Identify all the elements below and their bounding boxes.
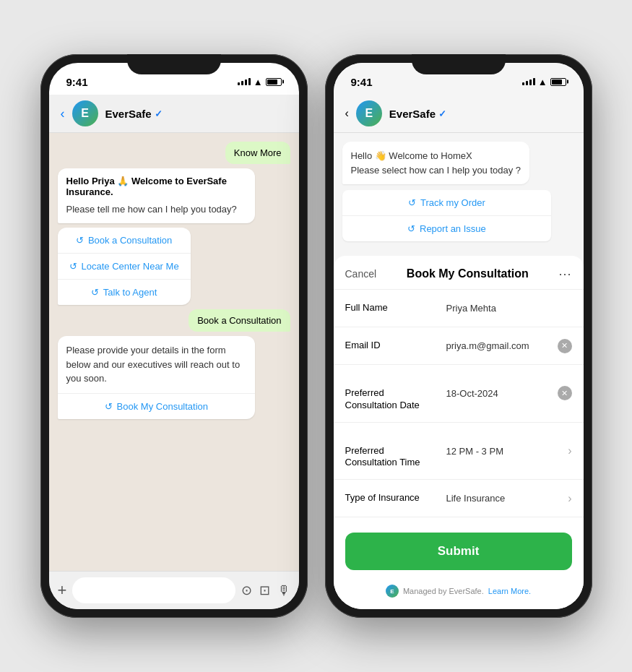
consultation-modal: Cancel Book My Consultation ⋯ Full Name … (334, 256, 584, 609)
chat-area-left: Know More Hello Priya 🙏 Welcome to EverS… (49, 133, 299, 571)
chat-header-right: ‹ E EverSafe ✓ (334, 95, 584, 133)
sent-bubble-book: Book a Consultation (189, 309, 290, 332)
book-my-consultation-btn[interactable]: ↺ Book My Consultation (58, 393, 256, 419)
book-consultation-btn[interactable]: ↺ Book a Consultation (58, 228, 191, 254)
verified-badge-right: ✓ (438, 108, 446, 119)
consultation-form-icon: ↺ (105, 401, 113, 412)
sent-bubble-know-more: Know More (225, 142, 290, 164)
full-name-value[interactable]: Priya Mehta (446, 303, 572, 314)
back-button-right[interactable]: ‹ (345, 107, 349, 120)
chat-header-left: ‹ E EverSafe ✓ (49, 95, 299, 133)
modal-cancel-button[interactable]: Cancel (345, 268, 377, 280)
form-fields: Full Name Priya Mehta Email ID priya.m@g… (334, 290, 584, 521)
insurance-chevron-icon: › (568, 492, 571, 505)
contact-name-left: EverSafe ✓ (105, 108, 287, 120)
footer-text: Managed by EverSafe. (403, 587, 484, 595)
submit-button[interactable]: Submit (345, 533, 572, 570)
preview-welcome-bubble: Hello 👋 Welcome to HomeX Please select h… (342, 142, 530, 184)
signal-icon-right (522, 78, 535, 85)
insurance-label: Type of Insurance (345, 492, 446, 504)
track-order-btn[interactable]: ↺ Track my Order (342, 190, 552, 216)
wifi-icon: ▲ (254, 77, 263, 87)
phone-left: 9:41 ▲ ‹ E (40, 54, 308, 618)
header-info-right: EverSafe ✓ (389, 108, 572, 120)
email-value[interactable]: priya.m@gmail.com (446, 340, 558, 351)
full-name-label: Full Name (345, 302, 446, 314)
email-clear-button[interactable]: ✕ (558, 339, 572, 353)
track-icon: ↺ (408, 197, 416, 208)
field-insurance: Type of Insurance Life Insurance › (334, 480, 584, 517)
time-left: 9:41 (66, 76, 88, 88)
input-bar-left: + ⊙ ⊡ 🎙 (49, 571, 299, 609)
insurance-value[interactable]: Life Insurance (446, 493, 568, 504)
modal-header: Cancel Book My Consultation ⋯ (334, 256, 584, 290)
status-icons-left: ▲ (238, 77, 282, 87)
field-full-name: Full Name Priya Mehta (334, 290, 584, 327)
welcome-greeting: Hello Priya 🙏 Welcome to EverSafe Insura… (66, 176, 247, 197)
report-icon: ↺ (407, 223, 415, 234)
battery-icon-right (550, 78, 566, 86)
modal-more-button[interactable]: ⋯ (558, 266, 571, 282)
wifi-icon-right: ▲ (538, 77, 547, 87)
header-info-left: EverSafe ✓ (105, 108, 287, 120)
received-bubble-form: Please provide your details in the form … (58, 336, 256, 419)
avatar-left: E (72, 100, 98, 126)
preview-chat-area: Hello 👋 Welcome to HomeX Please select h… (334, 133, 584, 250)
footer-learn-more-link[interactable]: Learn More. (488, 587, 531, 595)
modal-footer: E Managed by EverSafe. Learn More. (334, 582, 584, 609)
field-time: Preferred Consultation Time 12 PM - 3 PM… (334, 423, 584, 481)
verified-badge-left: ✓ (155, 108, 163, 119)
time-label: Preferred Consultation Time (345, 433, 446, 470)
signal-icon (238, 78, 251, 85)
camera-icon[interactable]: ⊡ (259, 582, 270, 598)
received-bubble-welcome: Hello Priya 🙏 Welcome to EverSafe Insura… (58, 168, 256, 223)
report-issue-btn[interactable]: ↺ Report an Issue (342, 216, 552, 241)
agent-icon: ↺ (91, 287, 99, 298)
notch-left (127, 54, 221, 74)
time-right: 9:41 (351, 76, 373, 88)
talk-agent-btn[interactable]: ↺ Talk to Agent (58, 280, 191, 305)
time-value[interactable]: 12 PM - 3 PM (446, 446, 568, 457)
date-label: Preferred Consultation Date (345, 375, 446, 412)
modal-title: Book My Consultation (407, 267, 529, 280)
phone-right: 9:41 ▲ ‹ E (325, 54, 592, 618)
date-clear-button[interactable]: ✕ (558, 386, 572, 400)
mic-icon[interactable]: 🎙 (277, 583, 290, 598)
back-button-left[interactable]: ‹ (61, 106, 65, 121)
contact-name-right: EverSafe ✓ (389, 108, 572, 120)
field-date: Preferred Consultation Date 18-Oct-2024 … (334, 365, 584, 423)
book-icon: ↺ (76, 235, 84, 246)
date-value[interactable]: 18-Oct-2024 (446, 388, 558, 399)
form-content: Hello 👋 Welcome to HomeX Please select h… (334, 133, 584, 609)
preview-action-buttons: ↺ Track my Order ↺ Report an Issue (342, 190, 552, 241)
action-buttons-group: ↺ Book a Consultation ↺ Locate Center Ne… (58, 228, 191, 305)
form-prompt-text: Please provide your details in the form … (58, 336, 256, 393)
status-icons-right: ▲ (522, 77, 566, 87)
field-email: Email ID priya.m@gmail.com ✕ (334, 327, 584, 365)
sticker-icon[interactable]: ⊙ (241, 582, 252, 598)
email-label: Email ID (345, 340, 446, 352)
avatar-right: E (356, 100, 382, 126)
message-input[interactable] (72, 577, 235, 603)
battery-icon (266, 78, 282, 86)
plus-button[interactable]: + (58, 581, 67, 600)
notch-right (412, 54, 506, 74)
time-chevron-icon: › (568, 444, 571, 457)
welcome-body: Please tell me how can I help you today? (66, 203, 247, 216)
locate-icon: ↺ (69, 261, 77, 272)
footer-logo: E (386, 585, 399, 598)
locate-center-btn[interactable]: ↺ Locate Center Near Me (58, 254, 191, 280)
input-icons: ⊙ ⊡ 🎙 (241, 582, 290, 598)
